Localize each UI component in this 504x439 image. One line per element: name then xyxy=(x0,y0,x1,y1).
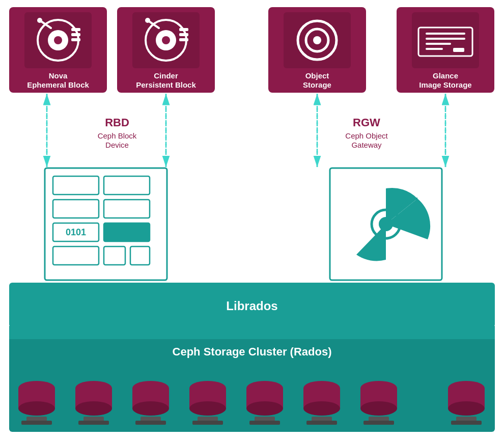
svg-text:0101: 0101 xyxy=(66,227,86,237)
svg-rect-71 xyxy=(78,421,109,425)
svg-rect-96 xyxy=(363,421,394,425)
svg-text:Ceph Block: Ceph Block xyxy=(98,131,137,140)
svg-text:Image Storage: Image Storage xyxy=(419,80,471,89)
rgw-label: RGW xyxy=(353,116,380,129)
svg-rect-19 xyxy=(179,38,188,41)
svg-text:Cinder: Cinder xyxy=(154,71,178,80)
svg-text:Glance: Glance xyxy=(433,71,458,80)
rbd-label: RBD xyxy=(105,116,129,129)
svg-point-69 xyxy=(75,401,112,416)
svg-rect-34 xyxy=(453,48,464,52)
svg-rect-31 xyxy=(426,38,465,40)
svg-point-89 xyxy=(303,401,340,416)
svg-text:Ephemeral Block: Ephemeral Block xyxy=(27,80,89,89)
diagram-container: Nova Ephemeral Block Cinder Persistent B… xyxy=(0,0,504,439)
svg-point-99 xyxy=(448,401,485,416)
svg-point-14 xyxy=(162,36,170,44)
svg-rect-81 xyxy=(192,421,223,425)
svg-text:Nova: Nova xyxy=(49,71,68,80)
svg-point-84 xyxy=(246,401,283,416)
svg-text:Device: Device xyxy=(105,141,129,149)
svg-text:Ceph Object: Ceph Object xyxy=(345,131,388,140)
svg-rect-7 xyxy=(71,33,80,36)
svg-rect-33 xyxy=(426,48,443,50)
svg-rect-86 xyxy=(249,421,280,425)
svg-rect-17 xyxy=(179,28,188,31)
svg-point-5 xyxy=(37,18,42,23)
svg-text:Gateway: Gateway xyxy=(351,141,382,149)
svg-text:Storage: Storage xyxy=(303,80,331,89)
svg-rect-101 xyxy=(451,421,482,425)
svg-rect-18 xyxy=(179,33,188,36)
svg-point-25 xyxy=(313,36,321,44)
svg-rect-28 xyxy=(412,12,479,68)
svg-rect-48 xyxy=(104,223,150,241)
svg-point-74 xyxy=(132,401,169,416)
svg-point-16 xyxy=(145,18,150,23)
svg-point-3 xyxy=(54,36,62,44)
svg-rect-30 xyxy=(426,33,465,35)
rados-label: Ceph Storage Cluster (Rados) xyxy=(173,345,332,358)
svg-rect-76 xyxy=(135,421,166,425)
svg-rect-91 xyxy=(306,421,337,425)
svg-point-79 xyxy=(189,401,226,416)
svg-point-64 xyxy=(18,401,55,416)
svg-rect-8 xyxy=(71,38,80,41)
librados-label: Librados xyxy=(226,299,277,313)
svg-rect-37 xyxy=(9,326,495,339)
svg-rect-6 xyxy=(71,28,80,31)
svg-text:Object: Object xyxy=(305,71,329,80)
svg-rect-66 xyxy=(21,421,52,425)
svg-rect-32 xyxy=(426,43,451,45)
svg-point-94 xyxy=(360,401,397,416)
svg-text:Persistent Block: Persistent Block xyxy=(136,80,196,89)
